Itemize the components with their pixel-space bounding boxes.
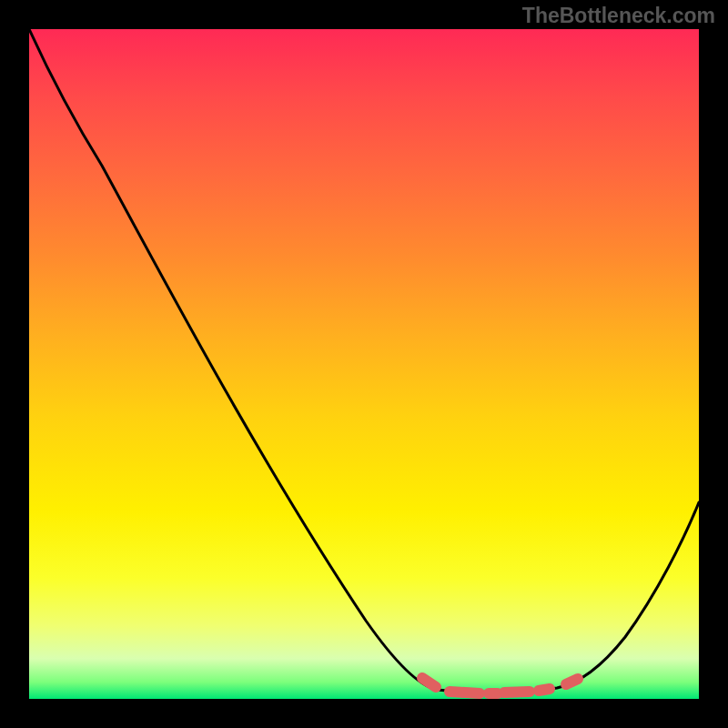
highlight-group — [422, 678, 578, 693]
hl-5 — [539, 689, 550, 691]
hl-4 — [504, 692, 530, 693]
curve-path — [29, 29, 699, 693]
attribution-text: TheBottleneck.com — [522, 4, 715, 28]
hl-1 — [422, 678, 436, 687]
hl-6 — [566, 679, 578, 684]
bottleneck-curve — [29, 29, 699, 699]
hl-2 — [450, 692, 480, 693]
chart-frame: TheBottleneck.com — [0, 0, 728, 728]
plot-area — [29, 29, 699, 699]
